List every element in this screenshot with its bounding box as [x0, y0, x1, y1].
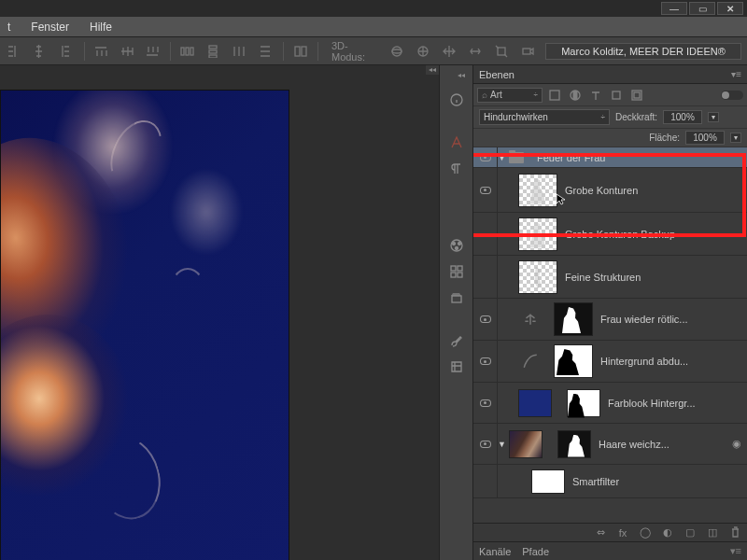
layer-thumbnail[interactable] — [518, 389, 552, 417]
add-adjustment-icon[interactable]: ◐ — [661, 526, 674, 539]
panel-menu-icon[interactable]: ▾≡ — [730, 545, 741, 557]
align-bottom-icon[interactable] — [145, 44, 163, 59]
3d-pan-icon[interactable] — [441, 44, 459, 59]
window-close-button[interactable]: ✕ — [717, 2, 743, 15]
layer-row[interactable]: Grobe Konturen Backup — [473, 213, 747, 256]
layer-name[interactable]: Frau wieder rötlic... — [600, 314, 747, 325]
add-mask-icon[interactable]: ◯ — [639, 526, 652, 539]
layer-row[interactable]: ▼ Haare weichz... ◉ — [473, 424, 747, 465]
link-icon[interactable] — [556, 398, 567, 409]
auto-align-icon[interactable] — [291, 44, 310, 59]
workspace-selector[interactable]: Marco Kolditz, MEER DER IDEEN® — [545, 43, 741, 60]
layer-name[interactable]: Feuer der Frau — [537, 152, 747, 163]
visibility-eye-icon[interactable] — [480, 154, 491, 161]
align-middle-v-icon[interactable] — [119, 44, 137, 59]
panel-menu-icon[interactable]: ▾≡ — [731, 69, 741, 79]
layer-mask-thumbnail[interactable] — [567, 389, 600, 417]
visibility-eye-icon[interactable] — [480, 357, 491, 365]
align-left-icon[interactable] — [6, 44, 24, 59]
opacity-dropdown-arrow[interactable]: ▾ — [708, 112, 719, 122]
opacity-input[interactable]: 100% — [663, 110, 702, 124]
menu-item-fenster[interactable]: Fenster — [31, 21, 69, 34]
color-balance-icon[interactable] — [522, 312, 539, 327]
layer-name[interactable]: Haare weichz... — [599, 439, 732, 450]
visibility-eye-icon[interactable] — [480, 315, 491, 323]
layer-thumbnail[interactable] — [509, 430, 543, 458]
link-icon[interactable] — [546, 439, 557, 450]
filter-adjustment-icon[interactable] — [567, 88, 584, 103]
fill-input[interactable]: 100% — [685, 131, 725, 145]
layer-row[interactable]: Grobe Konturen — [473, 168, 747, 213]
3d-orbit-icon[interactable] — [389, 44, 408, 59]
visibility-eye-icon[interactable] — [480, 399, 491, 407]
align-center-h-icon[interactable] — [32, 44, 50, 59]
paragraph-panel-icon[interactable] — [444, 157, 469, 181]
visibility-eye-icon[interactable] — [480, 187, 491, 194]
character-panel-icon[interactable] — [444, 131, 469, 155]
layer-name[interactable]: Feine Strukturen — [565, 272, 747, 283]
tab-kanale[interactable]: Kanäle — [479, 546, 511, 557]
fill-dropdown-arrow[interactable]: ▾ — [730, 133, 741, 143]
layers-panel-header[interactable]: Ebenen ▾≡ — [473, 65, 747, 84]
layer-thumbnail[interactable] — [518, 260, 557, 294]
layer-mask-thumbnail[interactable] — [554, 302, 593, 336]
filter-smart-icon[interactable] — [628, 88, 645, 103]
distribute-h-icon[interactable] — [178, 44, 197, 59]
layer-row[interactable]: Smartfilter — [473, 465, 747, 498]
align-top-icon[interactable] — [92, 44, 111, 59]
canvas[interactable] — [0, 90, 289, 560]
curves-icon[interactable] — [522, 354, 539, 369]
visibility-eye-icon[interactable] — [480, 441, 491, 448]
blend-mode-select[interactable]: Hindurchwirken ÷ — [479, 109, 610, 125]
filter-mask-thumbnail[interactable] — [531, 469, 565, 494]
3d-slide-icon[interactable] — [467, 44, 486, 59]
distribute-v-icon[interactable] — [204, 44, 223, 59]
window-minimize-button[interactable]: — — [661, 2, 687, 15]
layer-row[interactable]: Frau wieder rötlic... — [473, 299, 747, 341]
window-maximize-button[interactable]: ▭ — [689, 2, 715, 15]
tab-pfade[interactable]: Pfade — [522, 546, 549, 557]
layer-row[interactable]: Farblook Hintergr... — [473, 383, 747, 424]
layer-fx-icon[interactable]: fx — [616, 527, 629, 539]
layer-name[interactable]: Hintergrund abdu... — [600, 356, 747, 367]
info-panel-icon[interactable] — [444, 88, 469, 112]
layer-name[interactable]: Farblook Hintergr... — [608, 398, 747, 409]
panel-collapse-toggle[interactable]: ◂◂ — [426, 65, 439, 75]
menu-item-truncated[interactable]: t — [7, 21, 10, 34]
layer-filter-select[interactable]: ⌕ Art ÷ — [477, 88, 543, 103]
new-layer-icon[interactable]: ◫ — [706, 526, 719, 539]
delete-layer-icon[interactable] — [728, 526, 741, 539]
layer-mask-thumbnail[interactable] — [554, 344, 593, 378]
filter-pixel-icon[interactable] — [546, 88, 563, 103]
3d-roll-icon[interactable] — [415, 44, 433, 59]
layer-name[interactable]: Grobe Konturen Backup — [565, 229, 747, 240]
link-layers-icon[interactable]: ⇔ — [594, 526, 607, 539]
color-panel-icon[interactable] — [444, 233, 469, 258]
styles-panel-icon[interactable] — [444, 286, 469, 310]
filter-shape-icon[interactable] — [608, 88, 625, 103]
distribute-spacing-v-icon[interactable] — [257, 44, 275, 59]
3d-scale-icon[interactable] — [493, 44, 512, 59]
layer-mask-thumbnail[interactable] — [557, 430, 591, 458]
distribute-spacing-h-icon[interactable] — [231, 44, 249, 59]
filter-toggle-switch[interactable] — [721, 91, 743, 100]
link-icon[interactable] — [543, 356, 554, 367]
link-icon[interactable] — [543, 314, 554, 325]
smart-filter-badge-icon[interactable]: ◉ — [732, 438, 741, 450]
layer-group-row[interactable]: ▼ Feuer der Frau — [473, 147, 747, 168]
layer-thumbnail[interactable] — [518, 217, 557, 251]
layer-name[interactable]: Grobe Konturen — [565, 185, 747, 196]
layer-name[interactable]: Smartfilter — [572, 476, 747, 487]
layer-row[interactable]: Hintergrund abdu... — [473, 341, 747, 383]
disclosure-triangle-icon[interactable]: ▼ — [498, 153, 509, 162]
brush-panel-icon[interactable] — [444, 329, 469, 353]
swatches-panel-icon[interactable] — [444, 259, 469, 284]
dock-collapse-toggle[interactable]: ◂◂ — [458, 71, 471, 80]
menu-item-hilfe[interactable]: Hilfe — [90, 21, 112, 34]
disclosure-triangle-icon[interactable]: ▼ — [498, 440, 509, 449]
filter-type-icon[interactable] — [587, 88, 604, 103]
align-right-icon[interactable] — [58, 44, 77, 59]
new-group-icon[interactable]: ▢ — [684, 526, 697, 539]
layer-thumbnail[interactable] — [518, 174, 557, 207]
brush-presets-panel-icon[interactable] — [444, 355, 469, 379]
